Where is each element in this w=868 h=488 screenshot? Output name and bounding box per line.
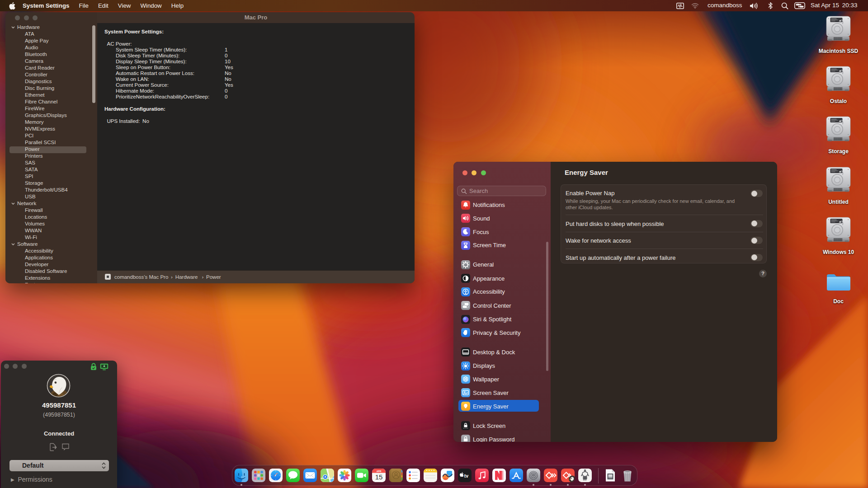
svg-text:15: 15 xyxy=(375,473,383,481)
svg-text:APR: APR xyxy=(377,469,382,472)
svg-text:tv: tv xyxy=(464,473,468,478)
